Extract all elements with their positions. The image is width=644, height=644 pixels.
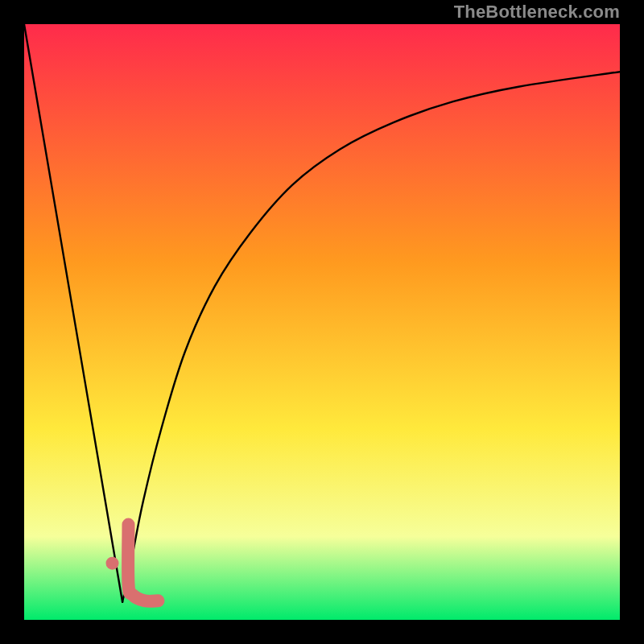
gradient-bg — [24, 24, 620, 620]
watermark-text: TheBottleneck.com — [454, 2, 620, 23]
chart-frame: TheBottleneck.com — [0, 0, 644, 644]
chart-svg — [24, 24, 620, 620]
highlight-j-dot — [106, 557, 119, 570]
plot-area — [24, 24, 620, 620]
